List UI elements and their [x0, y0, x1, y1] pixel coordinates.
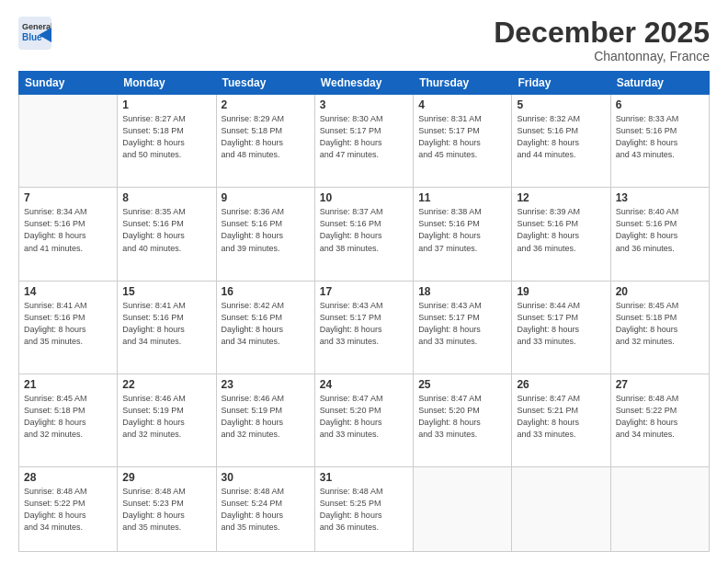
day-info: Sunrise: 8:43 AM Sunset: 5:17 PM Dayligh…: [418, 300, 506, 348]
header: General Blue December 2025 Chantonnay, F…: [18, 17, 710, 63]
day-info: Sunrise: 8:34 AM Sunset: 5:16 PM Dayligh…: [24, 206, 112, 254]
table-row: [19, 95, 118, 188]
table-row: 15Sunrise: 8:41 AM Sunset: 5:16 PM Dayli…: [118, 281, 216, 373]
svg-text:Blue: Blue: [22, 32, 42, 42]
title-section: December 2025 Chantonnay, France: [494, 17, 710, 63]
table-row: [512, 466, 610, 551]
day-info: Sunrise: 8:47 AM Sunset: 5:20 PM Dayligh…: [320, 393, 408, 441]
col-tuesday: Tuesday: [216, 72, 314, 95]
day-number: 28: [24, 471, 112, 484]
calendar-header-row: Sunday Monday Tuesday Wednesday Thursday…: [19, 72, 710, 95]
table-row: 23Sunrise: 8:46 AM Sunset: 5:19 PM Dayli…: [216, 373, 314, 466]
day-info: Sunrise: 8:42 AM Sunset: 5:16 PM Dayligh…: [222, 300, 310, 348]
day-info: Sunrise: 8:41 AM Sunset: 5:16 PM Dayligh…: [24, 300, 112, 348]
calendar-table: Sunday Monday Tuesday Wednesday Thursday…: [18, 71, 710, 552]
day-info: Sunrise: 8:35 AM Sunset: 5:16 PM Dayligh…: [122, 206, 210, 254]
day-info: Sunrise: 8:39 AM Sunset: 5:16 PM Dayligh…: [517, 206, 605, 254]
table-row: [610, 466, 709, 551]
table-row: 4Sunrise: 8:31 AM Sunset: 5:17 PM Daylig…: [414, 95, 512, 188]
day-number: 9: [222, 191, 310, 204]
day-info: Sunrise: 8:38 AM Sunset: 5:16 PM Dayligh…: [418, 206, 506, 254]
day-number: 30: [222, 471, 310, 484]
day-info: Sunrise: 8:31 AM Sunset: 5:17 PM Dayligh…: [418, 113, 506, 161]
day-info: Sunrise: 8:47 AM Sunset: 5:20 PM Dayligh…: [418, 393, 506, 441]
table-row: 19Sunrise: 8:44 AM Sunset: 5:17 PM Dayli…: [512, 281, 610, 373]
table-row: 6Sunrise: 8:33 AM Sunset: 5:16 PM Daylig…: [610, 95, 709, 188]
table-row: 7Sunrise: 8:34 AM Sunset: 5:16 PM Daylig…: [19, 188, 118, 281]
day-info: Sunrise: 8:36 AM Sunset: 5:16 PM Dayligh…: [222, 206, 310, 254]
day-info: Sunrise: 8:48 AM Sunset: 5:22 PM Dayligh…: [24, 486, 112, 534]
day-number: 5: [517, 98, 605, 111]
table-row: 14Sunrise: 8:41 AM Sunset: 5:16 PM Dayli…: [19, 281, 118, 373]
day-number: 22: [122, 378, 210, 391]
table-row: 21Sunrise: 8:45 AM Sunset: 5:18 PM Dayli…: [19, 373, 118, 466]
day-info: Sunrise: 8:44 AM Sunset: 5:17 PM Dayligh…: [517, 300, 605, 348]
day-number: 24: [320, 378, 408, 391]
day-number: 14: [24, 285, 112, 298]
day-number: 18: [418, 285, 506, 298]
day-info: Sunrise: 8:43 AM Sunset: 5:17 PM Dayligh…: [320, 300, 408, 348]
day-number: 8: [122, 191, 210, 204]
table-row: 31Sunrise: 8:48 AM Sunset: 5:25 PM Dayli…: [314, 466, 413, 551]
logo-icon: General Blue: [18, 17, 51, 50]
table-row: 2Sunrise: 8:29 AM Sunset: 5:18 PM Daylig…: [216, 95, 314, 188]
table-row: 1Sunrise: 8:27 AM Sunset: 5:18 PM Daylig…: [118, 95, 216, 188]
day-number: 11: [418, 191, 506, 204]
day-info: Sunrise: 8:48 AM Sunset: 5:25 PM Dayligh…: [320, 486, 408, 534]
day-number: 2: [222, 98, 310, 111]
day-number: 23: [222, 378, 310, 391]
month-title: December 2025: [494, 17, 710, 49]
table-row: 29Sunrise: 8:48 AM Sunset: 5:23 PM Dayli…: [118, 466, 216, 551]
table-row: 11Sunrise: 8:38 AM Sunset: 5:16 PM Dayli…: [414, 188, 512, 281]
day-info: Sunrise: 8:48 AM Sunset: 5:22 PM Dayligh…: [616, 393, 704, 441]
day-number: 16: [222, 285, 310, 298]
day-number: 19: [517, 285, 605, 298]
table-row: 18Sunrise: 8:43 AM Sunset: 5:17 PM Dayli…: [414, 281, 512, 373]
day-number: 15: [122, 285, 210, 298]
day-number: 10: [320, 191, 408, 204]
day-number: 4: [418, 98, 506, 111]
table-row: 5Sunrise: 8:32 AM Sunset: 5:16 PM Daylig…: [512, 95, 610, 188]
day-info: Sunrise: 8:27 AM Sunset: 5:18 PM Dayligh…: [122, 113, 210, 161]
day-info: Sunrise: 8:40 AM Sunset: 5:16 PM Dayligh…: [616, 206, 704, 254]
col-thursday: Thursday: [414, 72, 512, 95]
table-row: 3Sunrise: 8:30 AM Sunset: 5:17 PM Daylig…: [314, 95, 413, 188]
table-row: 26Sunrise: 8:47 AM Sunset: 5:21 PM Dayli…: [512, 373, 610, 466]
day-number: 26: [517, 378, 605, 391]
day-info: Sunrise: 8:30 AM Sunset: 5:17 PM Dayligh…: [320, 113, 408, 161]
logo: General Blue: [18, 17, 51, 50]
day-number: 27: [616, 378, 704, 391]
day-info: Sunrise: 8:32 AM Sunset: 5:16 PM Dayligh…: [517, 113, 605, 161]
day-info: Sunrise: 8:46 AM Sunset: 5:19 PM Dayligh…: [122, 393, 210, 441]
day-number: 29: [122, 471, 210, 484]
day-number: 21: [24, 378, 112, 391]
day-info: Sunrise: 8:48 AM Sunset: 5:24 PM Dayligh…: [222, 486, 310, 534]
day-number: 7: [24, 191, 112, 204]
day-info: Sunrise: 8:48 AM Sunset: 5:23 PM Dayligh…: [122, 486, 210, 534]
table-row: 12Sunrise: 8:39 AM Sunset: 5:16 PM Dayli…: [512, 188, 610, 281]
day-info: Sunrise: 8:45 AM Sunset: 5:18 PM Dayligh…: [24, 393, 112, 441]
table-row: 16Sunrise: 8:42 AM Sunset: 5:16 PM Dayli…: [216, 281, 314, 373]
day-info: Sunrise: 8:33 AM Sunset: 5:16 PM Dayligh…: [616, 113, 704, 161]
day-number: 31: [320, 471, 408, 484]
table-row: 25Sunrise: 8:47 AM Sunset: 5:20 PM Dayli…: [414, 373, 512, 466]
day-number: 1: [122, 98, 210, 111]
day-info: Sunrise: 8:47 AM Sunset: 5:21 PM Dayligh…: [517, 393, 605, 441]
location: Chantonnay, France: [494, 49, 710, 63]
table-row: 22Sunrise: 8:46 AM Sunset: 5:19 PM Dayli…: [118, 373, 216, 466]
day-info: Sunrise: 8:41 AM Sunset: 5:16 PM Dayligh…: [122, 300, 210, 348]
day-number: 17: [320, 285, 408, 298]
day-number: 20: [616, 285, 704, 298]
table-row: 10Sunrise: 8:37 AM Sunset: 5:16 PM Dayli…: [314, 188, 413, 281]
table-row: 9Sunrise: 8:36 AM Sunset: 5:16 PM Daylig…: [216, 188, 314, 281]
day-number: 3: [320, 98, 408, 111]
table-row: 24Sunrise: 8:47 AM Sunset: 5:20 PM Dayli…: [314, 373, 413, 466]
day-number: 25: [418, 378, 506, 391]
day-info: Sunrise: 8:29 AM Sunset: 5:18 PM Dayligh…: [222, 113, 310, 161]
table-row: 13Sunrise: 8:40 AM Sunset: 5:16 PM Dayli…: [610, 188, 709, 281]
table-row: 28Sunrise: 8:48 AM Sunset: 5:22 PM Dayli…: [19, 466, 118, 551]
table-row: [414, 466, 512, 551]
col-monday: Monday: [118, 72, 216, 95]
day-info: Sunrise: 8:37 AM Sunset: 5:16 PM Dayligh…: [320, 206, 408, 254]
svg-text:General: General: [22, 22, 51, 31]
